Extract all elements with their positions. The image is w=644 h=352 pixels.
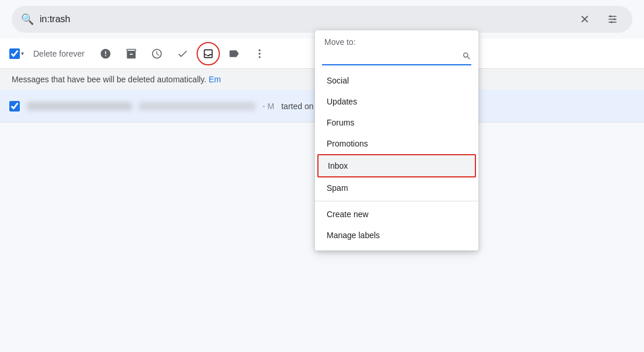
- move-to-item-inbox[interactable]: Inbox: [317, 154, 476, 177]
- move-to-item-promotions[interactable]: Promotions: [315, 133, 478, 154]
- report-spam-button[interactable]: [94, 42, 117, 65]
- clear-search-button[interactable]: ✕: [574, 9, 595, 30]
- select-all-checkbox[interactable]: [9, 48, 20, 59]
- info-message-tail: will be deleted automatically.: [103, 75, 206, 84]
- move-to-item-social[interactable]: Social: [315, 70, 478, 91]
- move-to-item-manage-labels[interactable]: Manage labels: [315, 225, 478, 246]
- select-dropdown-arrow[interactable]: ▾: [21, 50, 24, 57]
- move-to-item-spam[interactable]: Spam: [315, 177, 478, 198]
- svg-point-6: [258, 49, 260, 51]
- move-to-search-input[interactable]: [322, 53, 462, 62]
- search-input[interactable]: in:trash: [40, 14, 568, 25]
- move-to-button[interactable]: [197, 42, 220, 65]
- email-checkbox[interactable]: [9, 101, 20, 111]
- mark-done-button[interactable]: [171, 42, 194, 65]
- svg-point-8: [258, 56, 260, 58]
- svg-point-7: [258, 53, 260, 54]
- label-button[interactable]: [222, 42, 246, 65]
- move-to-item-updates[interactable]: Updates: [315, 91, 478, 112]
- svg-point-3: [610, 15, 611, 17]
- empty-now-link[interactable]: Em: [209, 75, 221, 84]
- search-icon: 🔍: [21, 13, 34, 26]
- svg-point-4: [614, 18, 615, 20]
- delete-forever-button[interactable]: Delete forever: [26, 44, 92, 63]
- move-to-item-create-new[interactable]: Create new: [315, 204, 478, 225]
- more-options-button[interactable]: [248, 42, 271, 65]
- search-options-button[interactable]: [602, 9, 623, 30]
- move-to-header: Move to:: [315, 30, 478, 51]
- snooze-button[interactable]: [145, 42, 169, 65]
- svg-point-5: [611, 21, 612, 23]
- email-subject: [139, 102, 256, 110]
- move-to-dropdown: Move to: Social Updates Forums Promotion…: [315, 30, 478, 250]
- select-all-wrap: ▾: [9, 48, 24, 59]
- move-to-item-forums[interactable]: Forums: [315, 112, 478, 133]
- archive-button[interactable]: [120, 42, 143, 65]
- email-preview: - M: [262, 102, 274, 111]
- search-bar: 🔍 in:trash ✕: [12, 6, 632, 33]
- move-to-search: [322, 51, 471, 65]
- move-to-search-icon: [462, 51, 471, 63]
- email-sender: [27, 102, 132, 110]
- info-message: Messages that have bee: [12, 75, 101, 84]
- move-to-divider: [315, 201, 478, 201]
